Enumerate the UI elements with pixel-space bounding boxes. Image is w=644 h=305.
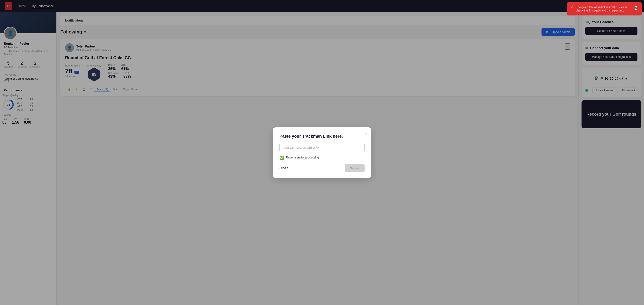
modal-success-message: ✅ Report sent for processing [280,156,364,160]
error-toast: ⚠ The given trackman link is invalid. Pl… [567,2,642,16]
modal-overlay[interactable]: Paste your Trackman Link here. × ✅ Repor… [0,0,644,305]
check-circle-icon: ✅ [280,156,284,160]
modal-submit-button[interactable]: Submit [345,164,364,172]
modal-close-x-button[interactable]: × [364,132,367,136]
modal-title: Paste your Trackman Link here. [280,134,364,139]
success-text: Report sent for processing [286,156,319,159]
warning-icon: ⚠ [571,6,574,9]
trackman-link-input[interactable] [280,143,364,152]
modal-close-button[interactable]: Close [280,166,288,170]
toast-message: The given trackman link is invalid. Plea… [576,6,632,12]
toast-close-button[interactable]: × [634,6,638,10]
trackman-modal: Paste your Trackman Link here. × ✅ Repor… [273,127,371,178]
modal-footer: Close Submit [280,164,364,172]
